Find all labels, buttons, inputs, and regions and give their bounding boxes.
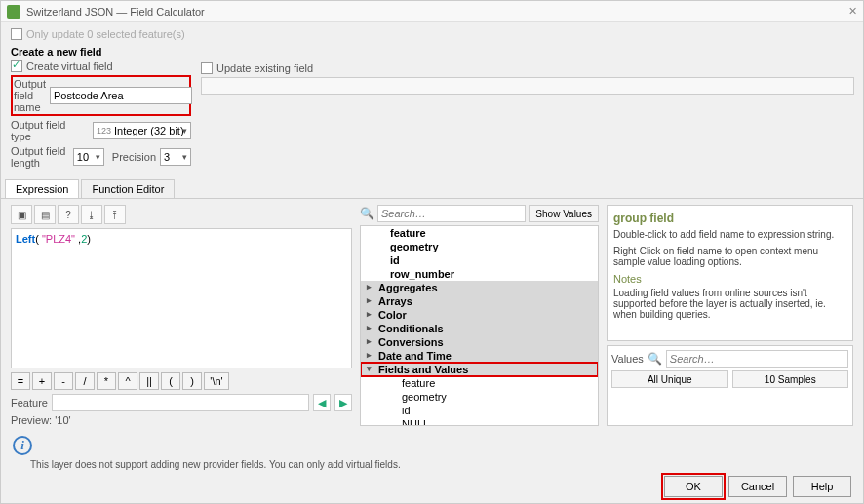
tool-export-icon[interactable]: ⭱ bbox=[104, 205, 126, 224]
tool-clear-icon[interactable]: ▤ bbox=[34, 205, 56, 224]
operator-row: =+-/*^||()'\n' bbox=[11, 372, 352, 390]
editor-toolbar: ▣ ▤ ? ⭳ ⭱ bbox=[11, 205, 352, 224]
values-search-icon: 🔍 bbox=[648, 352, 662, 366]
tree-item[interactable]: row_number bbox=[361, 267, 598, 281]
field-name-label: Output field name bbox=[14, 78, 46, 113]
op-button[interactable]: / bbox=[75, 372, 95, 390]
op-button[interactable]: ^ bbox=[118, 372, 137, 390]
feature-next-button[interactable]: ▶ bbox=[334, 394, 352, 411]
dialog-buttons: OK Cancel Help bbox=[652, 470, 863, 503]
op-button[interactable]: || bbox=[139, 372, 159, 390]
values-search-input[interactable] bbox=[666, 350, 848, 368]
window-title: Switzerland JSON — Field Calculator bbox=[26, 6, 205, 18]
only-update-checkbox bbox=[11, 28, 22, 40]
tree-field[interactable]: id bbox=[361, 404, 598, 417]
field-type-label: Output field type bbox=[11, 119, 89, 142]
function-tree[interactable]: featuregeometryidrow_numberAggregatesArr… bbox=[360, 225, 599, 426]
tab-bar: Expression Function Editor bbox=[1, 179, 863, 199]
tree-item[interactable]: geometry bbox=[361, 240, 598, 253]
app-icon bbox=[7, 5, 20, 19]
op-button[interactable]: - bbox=[54, 372, 73, 390]
show-values-button[interactable]: Show Values bbox=[529, 205, 599, 222]
field-name-input[interactable] bbox=[50, 87, 192, 104]
tree-field[interactable]: geometry bbox=[361, 390, 598, 404]
ok-button[interactable]: OK bbox=[664, 476, 723, 497]
field-length-label: Output field length bbox=[11, 145, 69, 169]
only-update-label: Only update 0 selected feature(s) bbox=[26, 28, 185, 40]
warning-text: This layer does not support adding new p… bbox=[30, 459, 863, 470]
values-panel: Values 🔍 All Unique 10 Samples bbox=[607, 345, 853, 426]
samples-button[interactable]: 10 Samples bbox=[732, 370, 849, 388]
create-virtual-label: Create virtual field bbox=[26, 60, 113, 72]
values-label: Values bbox=[611, 353, 644, 365]
create-new-field-heading: Create a new field bbox=[11, 46, 191, 58]
feature-label: Feature bbox=[11, 397, 48, 408]
search-icon: 🔍 bbox=[360, 207, 374, 220]
tree-item[interactable]: id bbox=[361, 253, 598, 267]
tree-category[interactable]: Aggregates bbox=[361, 281, 598, 294]
help-panel: group field Double-click to add field na… bbox=[607, 205, 853, 341]
precision-spinner[interactable]: 3 bbox=[160, 148, 191, 166]
precision-label: Precision bbox=[112, 151, 156, 163]
close-icon[interactable]: ✕ bbox=[848, 5, 857, 18]
tab-function-editor[interactable]: Function Editor bbox=[81, 179, 175, 198]
update-field-select bbox=[201, 77, 854, 95]
field-type-select[interactable]: 123 Integer (32 bit) bbox=[93, 122, 191, 139]
tree-item[interactable]: feature bbox=[361, 226, 598, 240]
tool-save-icon[interactable]: ▣ bbox=[11, 205, 32, 224]
op-button[interactable]: = bbox=[11, 372, 30, 390]
update-existing-checkbox[interactable] bbox=[201, 62, 213, 74]
tree-search-input[interactable] bbox=[377, 205, 526, 222]
feature-prev-button[interactable]: ◀ bbox=[313, 394, 331, 411]
tab-expression[interactable]: Expression bbox=[5, 179, 79, 198]
tree-category[interactable]: Conditionals bbox=[361, 322, 598, 335]
tree-field[interactable]: NULL bbox=[361, 417, 598, 426]
field-length-spinner[interactable]: 10 bbox=[73, 148, 104, 166]
titlebar: Switzerland JSON — Field Calculator ✕ bbox=[1, 1, 863, 22]
tree-field[interactable]: feature bbox=[361, 376, 598, 390]
op-button[interactable]: * bbox=[97, 372, 116, 390]
tree-category-fields-values[interactable]: Fields and Values bbox=[361, 363, 598, 376]
op-button[interactable]: ( bbox=[161, 372, 180, 390]
op-button[interactable]: + bbox=[32, 372, 52, 390]
preview-row: Preview: '10' bbox=[11, 414, 352, 426]
cancel-button[interactable]: Cancel bbox=[728, 476, 787, 497]
help-title: group field bbox=[613, 212, 846, 225]
tree-category[interactable]: Date and Time bbox=[361, 349, 598, 363]
tool-import-icon[interactable]: ⭳ bbox=[81, 205, 102, 224]
all-unique-button[interactable]: All Unique bbox=[611, 370, 728, 388]
tree-category[interactable]: Conversions bbox=[361, 335, 598, 349]
info-icon: i bbox=[13, 436, 32, 455]
op-button[interactable]: ) bbox=[182, 372, 202, 390]
create-virtual-checkbox[interactable] bbox=[11, 60, 22, 72]
tree-category[interactable]: Color bbox=[361, 308, 598, 322]
tree-category[interactable]: Arrays bbox=[361, 294, 598, 308]
help-button[interactable]: Help bbox=[793, 476, 851, 497]
update-existing-label: Update existing field bbox=[216, 62, 313, 74]
op-button[interactable]: '\n' bbox=[204, 372, 229, 390]
feature-select[interactable] bbox=[52, 394, 309, 411]
tool-help-icon[interactable]: ? bbox=[58, 205, 79, 224]
expression-editor[interactable]: Left( "PLZ4" ,2) bbox=[11, 228, 352, 368]
